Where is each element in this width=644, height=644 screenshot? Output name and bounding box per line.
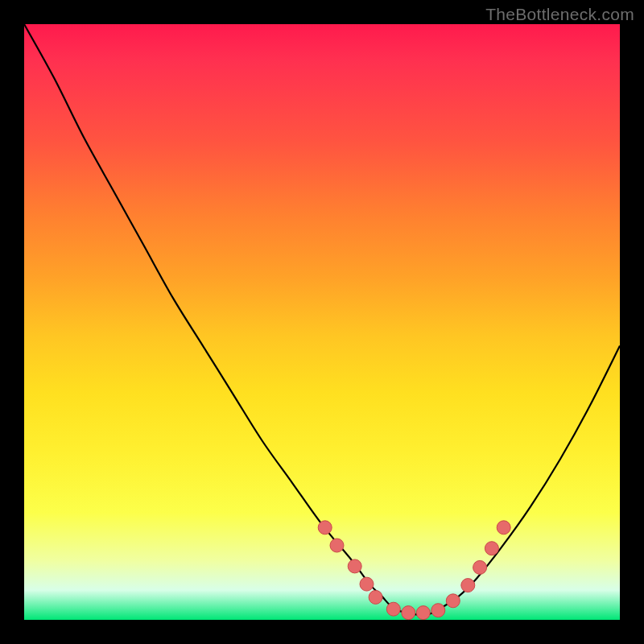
highlight-dot (473, 560, 487, 574)
highlight-dot (485, 542, 498, 555)
highlight-dot (461, 579, 475, 592)
highlight-dot (386, 602, 400, 616)
highlight-dot (360, 577, 374, 591)
highlight-dot (416, 606, 430, 620)
highlight-dot (318, 521, 332, 535)
highlight-dot (348, 559, 361, 573)
highlight-dot (446, 594, 460, 608)
highlight-dot (497, 521, 510, 535)
highlight-dot (369, 590, 382, 604)
watermark-text: TheBottleneck.com (485, 5, 634, 24)
highlight-dots (318, 521, 510, 620)
curve-svg (24, 24, 620, 620)
plot-area (24, 24, 620, 620)
highlight-dot (402, 606, 415, 620)
chart-container: TheBottleneck.com (0, 0, 644, 644)
highlight-dot (431, 604, 445, 617)
highlight-dot (330, 539, 344, 552)
